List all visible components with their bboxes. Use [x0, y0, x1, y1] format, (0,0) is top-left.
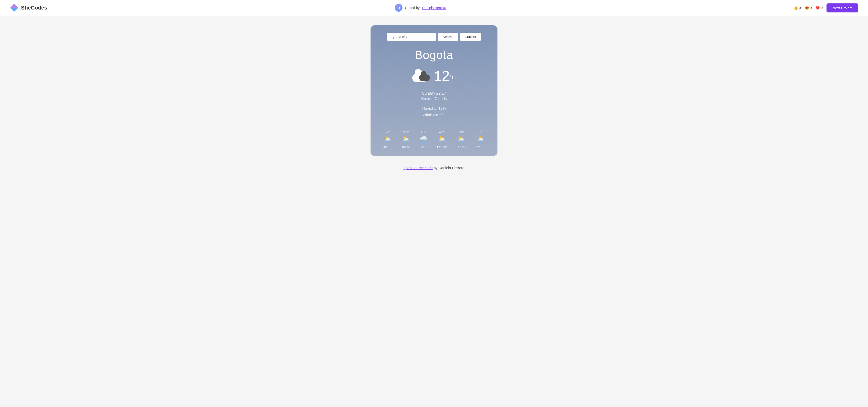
thumbs-up-icon: 👍: [794, 6, 798, 10]
datetime: Sunday 22:17: [378, 91, 490, 96]
weather-condition: Broken Clouds: [378, 97, 490, 101]
forecast-day: Sun 🌦️ 18° 10°: [382, 130, 393, 149]
forecast-day-label: Fri: [478, 130, 482, 134]
forecast-icon: 🌦️: [476, 135, 485, 144]
forecast-icon: 🌦️: [383, 135, 392, 144]
header-actions: 👍 0 😍 0 ❤️ 0 Next Project: [794, 3, 858, 12]
forecast-high: 14°: [475, 145, 480, 149]
thumbs-up-count: 0: [799, 6, 801, 10]
weather-info: Sunday 22:17 Broken Clouds Humidity: 12%…: [378, 91, 490, 118]
avatar: D: [395, 4, 403, 12]
logo-area: SheCodes: [10, 3, 48, 12]
app-header: SheCodes D Coded by Daniela Herrera 👍 0 …: [0, 0, 868, 15]
forecast-low: 10°: [481, 145, 486, 149]
forecast-day-label: Tue: [421, 130, 427, 134]
forecast-low: 10°: [388, 145, 393, 149]
city-name: Bogota: [378, 48, 490, 62]
humidity: Humidity: 12%: [378, 105, 490, 112]
thumbs-up-reaction[interactable]: 👍 0: [794, 6, 801, 10]
forecast-temps: 14° 10°: [475, 145, 486, 149]
forecast-high: 18°: [382, 145, 387, 149]
forecast-temps: 18° 8°: [419, 145, 428, 149]
forecast-icon: 🌦️: [438, 135, 446, 144]
forecast-day-label: Sun: [384, 130, 391, 134]
heart-eyes-reaction[interactable]: 😍 0: [805, 6, 812, 10]
forecast-day: Mon 🌦️ 19° 9°: [402, 130, 410, 149]
weather-card: Search Current Bogota 12°C Sunday 22:17 …: [371, 25, 497, 156]
forecast-high: 17°: [437, 145, 441, 149]
shecodes-logo-icon: [10, 3, 19, 12]
attribution: D Coded by Daniela Herrera: [395, 4, 446, 12]
heart-icon: ❤️: [815, 6, 820, 10]
footer: open source code by Daniela Herrera: [403, 166, 464, 170]
heart-reaction[interactable]: ❤️ 0: [815, 6, 823, 10]
forecast-high: 15°: [456, 145, 461, 149]
heart-eyes-count: 0: [810, 6, 812, 10]
heart-count: 0: [820, 6, 823, 10]
footer-author: by Daniela Herrera: [434, 166, 465, 170]
forecast-day: Wed 🌦️ 17° 10°: [437, 130, 447, 149]
forecast-icon: 🌦️: [457, 135, 465, 144]
weather-icon: [412, 69, 430, 82]
logo-text: SheCodes: [21, 5, 48, 11]
forecast-icon: 🌦️: [402, 135, 410, 144]
divider: [378, 124, 490, 124]
forecast-temps: 19° 9°: [402, 145, 410, 149]
author-link[interactable]: Daniela Herrera: [422, 6, 446, 10]
search-button[interactable]: Search: [438, 33, 458, 41]
temperature-row: 12°C: [378, 68, 490, 84]
forecast-day-label: Thu: [458, 130, 464, 134]
forecast-day-label: Wed: [438, 130, 445, 134]
coded-by-label: Coded by: [405, 6, 420, 10]
forecast-low: 10°: [462, 145, 466, 149]
temperature-unit: °C: [450, 74, 456, 81]
forecast-high: 18°: [419, 145, 424, 149]
forecast-temps: 18° 10°: [382, 145, 393, 149]
search-row: Search Current: [378, 33, 490, 41]
forecast-day-label: Mon: [403, 130, 409, 134]
forecast-low: 9°: [407, 145, 410, 149]
svg-marker-2: [10, 8, 18, 12]
forecast-icon: 🌧️: [419, 135, 428, 144]
forecast-day: Thu 🌦️ 15° 10°: [456, 130, 466, 149]
source-code-link[interactable]: open source code: [403, 166, 433, 170]
forecast-temps: 15° 10°: [456, 145, 466, 149]
next-project-button[interactable]: Next Project: [827, 3, 858, 12]
heart-eyes-icon: 😍: [805, 6, 809, 10]
current-location-button[interactable]: Current: [460, 33, 481, 41]
forecast-temps: 17° 10°: [437, 145, 447, 149]
forecast-day: Tue 🌧️ 18° 8°: [419, 130, 428, 149]
forecast-day: Fri 🌦️ 14° 10°: [475, 130, 486, 149]
wind: Wind: 3 Km/H: [378, 112, 490, 118]
temperature-value: 12: [434, 68, 450, 84]
forecast-low: 10°: [442, 145, 447, 149]
forecast-row: Sun 🌦️ 18° 10° Mon 🌦️ 19° 9° Tue 🌧️ 18° …: [378, 130, 490, 149]
temperature-display: 12°C: [434, 68, 456, 84]
forecast-low: 8°: [425, 145, 428, 149]
forecast-high: 19°: [402, 145, 406, 149]
main-content: Search Current Bogota 12°C Sunday 22:17 …: [0, 15, 868, 180]
search-input[interactable]: [387, 33, 436, 41]
